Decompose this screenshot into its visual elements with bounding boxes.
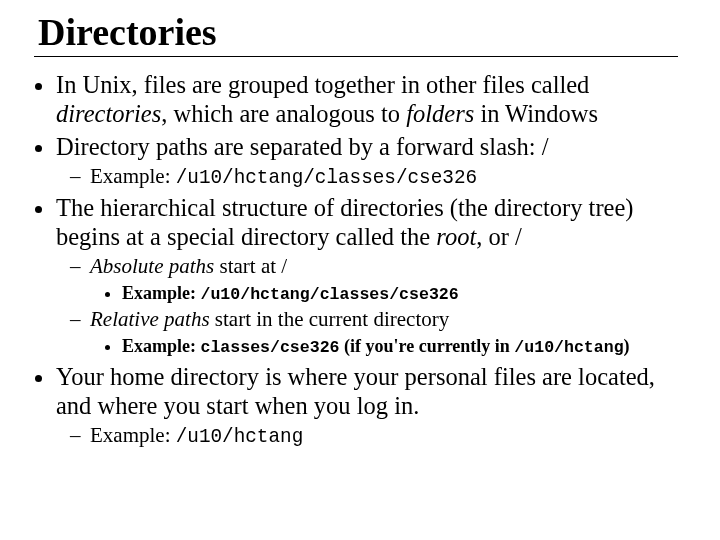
bullet-2: Directory paths are separated by a forwa…	[56, 133, 692, 190]
text: start at /	[214, 254, 287, 278]
bullet-3: The hierarchical structure of directorie…	[56, 194, 692, 358]
bullet-3b-example: Example: classes/cse326 (if you're curre…	[122, 335, 692, 359]
example-path: /u10/hctang/classes/cse326	[201, 285, 459, 304]
example-path: classes/cse326	[201, 338, 340, 357]
text: Directory paths are separated by a forwa…	[56, 133, 549, 160]
text: The hierarchical structure of directorie…	[56, 194, 634, 250]
italic-folders: folders	[406, 100, 474, 127]
text: Your home directory is where your person…	[56, 363, 655, 419]
example-label: Example:	[122, 283, 201, 303]
example-path: /u10/hctang/classes/cse326	[176, 167, 477, 189]
example-label: Example:	[90, 164, 176, 188]
example-label: Example:	[122, 336, 201, 356]
italic-absolute-paths: Absolute paths	[90, 254, 214, 278]
slide: Directories In Unix, files are grouped t…	[0, 0, 720, 540]
bullet-3b: Relative paths start in the current dire…	[90, 307, 692, 358]
title-rule	[34, 56, 678, 57]
italic-directories: directories	[56, 100, 161, 127]
tail-path: /u10/hctang	[514, 338, 623, 357]
example-label: Example:	[90, 423, 176, 447]
text: start in the current directory	[210, 307, 450, 331]
tail-pre: (if you're currently in	[340, 336, 515, 356]
slide-title: Directories	[38, 10, 692, 54]
italic-relative-paths: Relative paths	[90, 307, 210, 331]
bullet-list: In Unix, files are grouped together in o…	[28, 71, 692, 449]
text: In Unix, files are grouped together in o…	[56, 71, 589, 98]
example-path: /u10/hctang	[176, 426, 303, 448]
tail-post: )	[624, 336, 630, 356]
bullet-1: In Unix, files are grouped together in o…	[56, 71, 692, 129]
bullet-4: Your home directory is where your person…	[56, 363, 692, 449]
bullet-4-example: Example: /u10/hctang	[90, 423, 692, 450]
text: , which are analogous to	[161, 100, 406, 127]
bullet-3a: Absolute paths start at / Example: /u10/…	[90, 254, 692, 305]
text: in Windows	[474, 100, 598, 127]
text: , or /	[476, 223, 522, 250]
bullet-3a-example: Example: /u10/hctang/classes/cse326	[122, 282, 692, 306]
italic-root: root	[436, 223, 476, 250]
bullet-2-example: Example: /u10/hctang/classes/cse326	[90, 164, 692, 191]
